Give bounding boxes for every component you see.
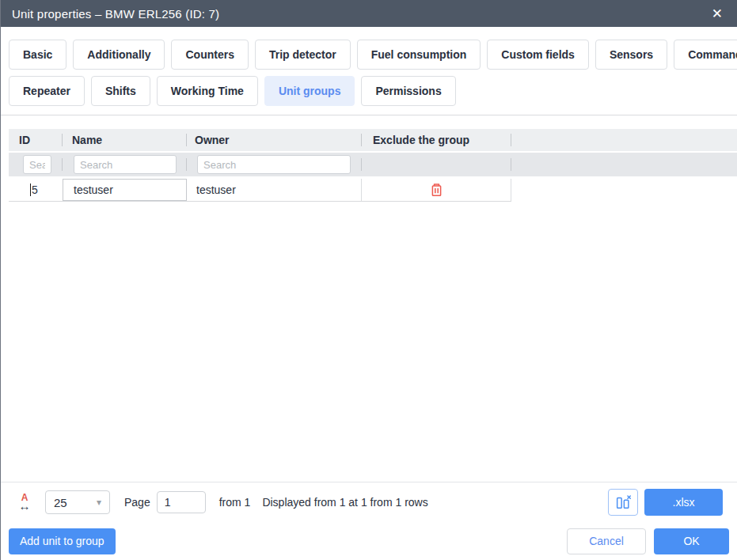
owner-search-input[interactable] xyxy=(197,155,351,174)
total-pages-label: from 1 xyxy=(219,496,251,509)
tab-permissions[interactable]: Permissions xyxy=(361,76,455,106)
column-header-id: ID xyxy=(9,129,63,151)
hide-columns-button[interactable] xyxy=(608,489,638,516)
page-number-input[interactable] xyxy=(157,491,206,513)
cell-name[interactable]: testuser xyxy=(63,179,187,201)
pagination-bar: A ↔ 25 ▾ Page from 1 Displayed from 1 at… xyxy=(1,482,737,522)
table-filter-row xyxy=(9,153,737,176)
add-unit-to-group-button[interactable]: Add unit to group xyxy=(9,528,116,554)
page-label: Page xyxy=(124,496,150,509)
name-search-input[interactable] xyxy=(74,155,177,174)
rows-summary-label: Displayed from 1 at 1 from 1 rows xyxy=(262,496,427,509)
page-size-select[interactable]: 25 ▾ xyxy=(45,490,110,514)
table-header-row: ID Name Owner Exclude the group xyxy=(9,129,737,151)
cell-owner: testuser xyxy=(187,179,362,201)
cell-exclude-group xyxy=(362,179,511,201)
tab-shifts[interactable]: Shifts xyxy=(91,76,150,106)
column-header-exclude: Exclude the group xyxy=(362,129,511,151)
cell-id[interactable]: 5 xyxy=(9,179,63,201)
tab-row-2: Repeater Shifts Working Time Unit groups… xyxy=(9,76,456,106)
fit-columns-icon[interactable]: A ↔ xyxy=(15,494,34,511)
tabs-divider xyxy=(1,115,737,115)
tab-sensors[interactable]: Sensors xyxy=(595,40,667,70)
cancel-button[interactable]: Cancel xyxy=(567,528,646,554)
text-caret xyxy=(30,184,31,196)
table-row: 5 testuser testuser xyxy=(9,179,511,202)
action-bar: Add unit to group Cancel OK xyxy=(1,522,737,560)
columns-icon xyxy=(614,494,632,511)
column-header-owner: Owner xyxy=(187,129,362,151)
tab-custom-fields[interactable]: Custom fields xyxy=(487,40,589,70)
tab-basic[interactable]: Basic xyxy=(9,40,66,70)
chevron-down-icon: ▾ xyxy=(97,497,101,508)
unit-properties-dialog: Unit properties – BMW ERL256 (ID: 7) ✕ B… xyxy=(0,0,737,560)
dialog-titlebar: Unit properties – BMW ERL256 (ID: 7) ✕ xyxy=(1,0,737,27)
tab-fuel-consumption[interactable]: Fuel consumption xyxy=(357,40,481,70)
tab-commands[interactable]: Commands xyxy=(674,40,737,70)
page-size-value: 25 xyxy=(54,496,67,509)
close-icon[interactable]: ✕ xyxy=(709,6,726,22)
tab-unit-groups[interactable]: Unit groups xyxy=(264,76,355,106)
trash-icon[interactable] xyxy=(430,183,443,198)
tab-working-time[interactable]: Working Time xyxy=(157,76,258,106)
column-header-name: Name xyxy=(63,129,187,151)
tab-row-1: Basic Additionally Counters Trip detecto… xyxy=(9,40,737,70)
tab-additionally[interactable]: Additionally xyxy=(73,40,165,70)
tab-trip-detector[interactable]: Trip detector xyxy=(255,40,351,70)
tab-repeater[interactable]: Repeater xyxy=(9,76,85,106)
export-xlsx-button[interactable]: .xlsx xyxy=(644,489,723,516)
id-search-input[interactable] xyxy=(23,155,51,174)
ok-button[interactable]: OK xyxy=(654,528,729,554)
unit-groups-table: ID Name Owner Exclude the group 5 testus… xyxy=(9,129,737,202)
dialog-title: Unit properties – BMW ERL256 (ID: 7) xyxy=(12,7,709,21)
tab-counters[interactable]: Counters xyxy=(171,40,248,70)
column-header-filler xyxy=(511,129,737,151)
